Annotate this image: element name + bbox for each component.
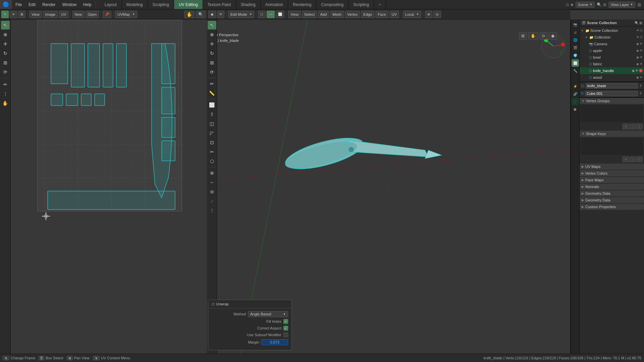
vp-cursor-btn[interactable]: ⊕	[208, 30, 216, 39]
props-tab-output[interactable]: 🖨	[572, 28, 579, 36]
props-tab-data[interactable]: ⬡	[572, 98, 579, 105]
vp-poly-btn[interactable]: ⬡	[208, 157, 216, 166]
custom-properties-header[interactable]: ▶ Custom Properties	[580, 204, 644, 210]
vg-arrows-btn[interactable]: ↕	[636, 124, 643, 129]
fabric-item[interactable]: ⬡ fabric ◉ 👁	[580, 61, 644, 67]
menu-help[interactable]: Help	[80, 0, 95, 9]
restrict-icon[interactable]: ☑	[640, 36, 643, 39]
props-tab-object[interactable]: ⬜	[572, 59, 579, 67]
method-dropdown[interactable]: Angle Based ▼	[248, 311, 288, 317]
scene-select[interactable]: Scene ▼	[576, 2, 595, 8]
use-subsurf-checkbox[interactable]	[283, 333, 288, 337]
vp-rotate-btn[interactable]: ↻	[208, 49, 216, 58]
tab-compositing[interactable]: Compositing	[316, 0, 348, 9]
viewport-icon3[interactable]: ⊙	[539, 32, 547, 40]
uv-view-btn[interactable]: View	[29, 11, 42, 18]
vp-scale-btn[interactable]: ⊞	[208, 58, 216, 67]
restrict-render[interactable]: ◉	[636, 42, 639, 46]
apple-item[interactable]: ⬡ apple ◉ 👁	[580, 47, 644, 54]
fake-user-btn[interactable]: F	[639, 84, 643, 88]
collection-item[interactable]: ▼ 📁 Collection 👁 ☑	[580, 34, 644, 41]
object-name-input[interactable]	[586, 83, 638, 88]
texture-space-header[interactable]: ▶ Geometry Data	[580, 190, 644, 196]
restrict-view-knife[interactable]: 👁	[635, 69, 638, 72]
vp-transform-btn[interactable]: ⟳	[208, 68, 216, 76]
viewport-icon2[interactable]: ✋	[528, 32, 538, 40]
uv-maps-header[interactable]: ▶ UV Maps	[580, 164, 644, 170]
tab-texture-paint[interactable]: Texture Paint	[203, 0, 236, 9]
mesh-fake-user-btn[interactable]: F	[639, 92, 643, 96]
view-layer-select[interactable]: View Layer ▼	[608, 2, 635, 8]
more-icon[interactable]: ⊞	[637, 2, 641, 7]
material-icon[interactable]: 🔴	[639, 69, 643, 72]
restrict-view-fabric[interactable]: 👁	[640, 62, 643, 66]
face-menu-btn[interactable]: Face	[375, 11, 388, 18]
view-menu-btn[interactable]: View	[288, 11, 301, 18]
vp-extrude-btn[interactable]: ⇪	[208, 110, 216, 119]
uv-pin-btn[interactable]: 📌	[103, 11, 111, 18]
restrict-render-knife[interactable]: ◉	[632, 69, 635, 72]
props-tab-view[interactable]: 🌐	[572, 36, 579, 44]
restrict-render-bowl[interactable]: ◉	[636, 56, 639, 59]
vp-annotate-btn[interactable]: ✏	[208, 79, 216, 88]
vp-move-btn[interactable]: ✛	[208, 40, 216, 48]
scale-tool-btn[interactable]: ⊞	[1, 58, 10, 67]
tab-uv-editing[interactable]: UV Editing	[174, 0, 203, 9]
app-icon[interactable]: 🔵	[0, 0, 12, 9]
vp-bevel-btn[interactable]: ◸	[208, 129, 216, 137]
annotate-tool-btn[interactable]: ✏	[1, 80, 10, 89]
tab-animation[interactable]: Animation	[261, 0, 288, 9]
edit-mode-dropdown[interactable]: Edit Mode ▼	[228, 11, 254, 18]
face-maps-header[interactable]: ▶ Face Maps	[580, 177, 644, 183]
rotate-tool-btn[interactable]: ↻	[1, 49, 10, 58]
restrict-view-apple[interactable]: 👁	[640, 49, 643, 52]
vp-inset-btn[interactable]: ◫	[208, 119, 216, 128]
vp-loop-btn[interactable]: ⊡	[208, 138, 216, 147]
select-tool-btn[interactable]: ↖	[1, 21, 10, 29]
vp-select-btn[interactable]: ↖	[208, 21, 216, 29]
sk-add-btn[interactable]: +	[623, 157, 629, 162]
uv-zoom-btn[interactable]: 🔍	[196, 11, 206, 18]
restrict-view-bowl[interactable]: 👁	[640, 56, 643, 59]
props-tab-render[interactable]: 📷	[572, 21, 579, 28]
props-tab-modifier[interactable]: 🔧	[572, 67, 579, 74]
eye-icon[interactable]: 👁	[636, 29, 639, 32]
vp-knife-btn[interactable]: ✂	[208, 147, 216, 156]
uv-select-mode-btn[interactable]: ↖	[1, 11, 9, 18]
tab-modeling[interactable]: Modeling	[122, 0, 148, 9]
local-dropdown[interactable]: Local ▼	[403, 11, 421, 18]
rip-tool-btn[interactable]: ⋮	[1, 89, 10, 98]
add-scene-icon[interactable]: ⊞	[639, 21, 642, 25]
tab-sculpting[interactable]: Sculpting	[148, 0, 174, 9]
tab-scripting[interactable]: Scripting	[348, 0, 374, 9]
face-select-btn[interactable]: ⬜	[276, 11, 284, 18]
search-icon[interactable]: 🔍	[597, 2, 602, 7]
normals-header[interactable]: ▶ Normals	[580, 184, 644, 190]
scene-coll-root[interactable]: ▼ 📁 Scene Collection 👁 ☑	[580, 27, 644, 34]
move-tool-btn[interactable]: ✛	[1, 40, 10, 48]
select-menu-btn[interactable]: Select	[302, 11, 317, 18]
viewport-gizmo-btn[interactable]: ◉	[208, 11, 216, 18]
vg-remove-btn[interactable]: -	[630, 124, 636, 129]
vertex-groups-header[interactable]: ▼ Vertex Groups	[580, 98, 644, 104]
overlays-btn[interactable]: ◎	[433, 11, 441, 18]
restrict-view-wood[interactable]: 👁	[640, 76, 643, 79]
edge-select-btn[interactable]: ―	[267, 11, 275, 18]
sk-remove-btn[interactable]: -	[630, 157, 636, 162]
menu-render[interactable]: Render	[39, 0, 59, 9]
viewport-icon4[interactable]: ◉	[549, 32, 557, 40]
uv-uv-btn[interactable]: UV	[59, 11, 68, 18]
filter-icon[interactable]: ⊞	[603, 2, 606, 7]
restrict-render-fabric[interactable]: ◉	[636, 62, 639, 66]
camera-item[interactable]: 📷 Camera ◉ 👁	[580, 41, 644, 47]
tab-add[interactable]: +	[374, 0, 386, 9]
margin-value[interactable]: 0.073	[261, 339, 288, 345]
transform-tool-btn[interactable]: ⟳	[1, 68, 10, 76]
props-tab-world[interactable]: 🌍	[572, 52, 579, 59]
gizmos-btn[interactable]: ⊕	[425, 11, 432, 18]
mesh-data-name-input[interactable]	[585, 91, 638, 96]
knife-handle-item[interactable]: ⬡ knife_handle ◉ 👁 🔴	[580, 67, 644, 74]
vp-cube-btn[interactable]: ⬜	[208, 101, 216, 109]
vertex-select-btn[interactable]: ⬡	[258, 11, 266, 18]
uv-hand-btn[interactable]: ✋	[184, 11, 195, 18]
